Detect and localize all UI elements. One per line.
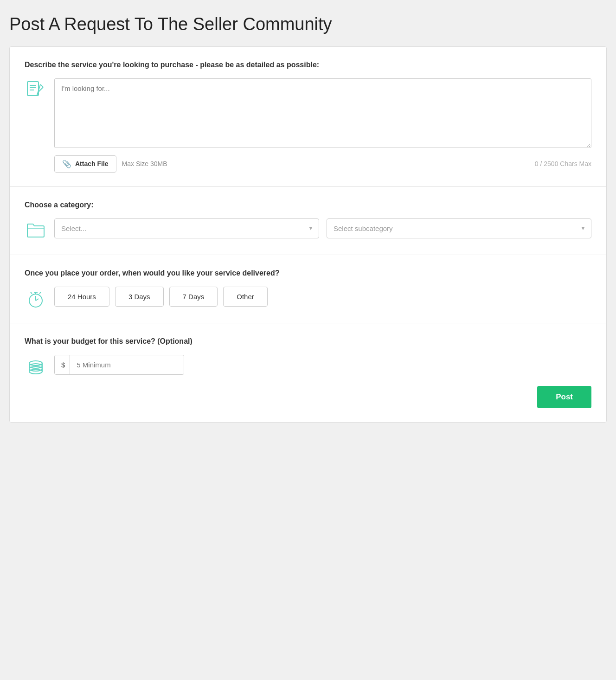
- timer-icon: [25, 287, 47, 309]
- attach-file-label: Attach File: [75, 160, 109, 167]
- form-container: Describe the service you're looking to p…: [9, 46, 607, 423]
- subcategory-select-wrapper: Select subcategory ▼: [327, 218, 591, 238]
- delivery-3days-button[interactable]: 3 Days: [115, 287, 164, 307]
- delivery-body: 24 Hours 3 Days 7 Days Other: [25, 287, 591, 309]
- money-icon: [25, 355, 47, 377]
- folder-icon: [25, 218, 47, 241]
- svg-line-6: [40, 84, 43, 87]
- budget-body: $ Post: [25, 355, 591, 408]
- max-size-text: Max Size 30MB: [122, 160, 167, 167]
- category-select-wrapper: Select... ▼: [54, 218, 319, 238]
- svg-line-14: [31, 292, 32, 294]
- delivery-7days-button[interactable]: 7 Days: [169, 287, 218, 307]
- post-btn-row: Post: [54, 386, 591, 408]
- category-selects: Select... ▼ Select subcategory ▼: [54, 218, 591, 238]
- document-icon: [25, 78, 47, 101]
- category-select[interactable]: Select...: [54, 218, 319, 238]
- budget-input[interactable]: [70, 355, 184, 374]
- attach-left: 📎 Attach File Max Size 30MB: [54, 155, 167, 173]
- delivery-24h-button[interactable]: 24 Hours: [54, 287, 109, 307]
- delivery-section: Once you place your order, when would yo…: [10, 255, 606, 323]
- category-content: Select... ▼ Select subcategory ▼: [54, 218, 591, 238]
- category-label: Choose a category:: [25, 201, 591, 209]
- budget-label: What is your budget for this service? (O…: [25, 337, 591, 346]
- category-section: Choose a category: Select... ▼: [10, 187, 606, 255]
- budget-input-wrapper: $: [54, 355, 184, 375]
- delivery-label: Once you place your order, when would yo…: [25, 269, 591, 277]
- budget-section: What is your budget for this service? (O…: [10, 323, 606, 422]
- description-label: Describe the service you're looking to p…: [25, 61, 591, 69]
- delivery-content: 24 Hours 3 Days 7 Days Other: [54, 287, 591, 307]
- budget-currency-symbol: $: [55, 355, 70, 374]
- chars-counter: 0 / 2500 Chars Max: [535, 160, 591, 167]
- attach-row: 📎 Attach File Max Size 30MB 0 / 2500 Cha…: [54, 155, 591, 173]
- description-content: 📎 Attach File Max Size 30MB 0 / 2500 Cha…: [54, 78, 591, 173]
- budget-content: $ Post: [54, 355, 591, 408]
- svg-line-15: [39, 292, 41, 294]
- paperclip-icon: 📎: [62, 160, 71, 168]
- page-title: Post A Request To The Seller Community: [9, 14, 607, 35]
- post-button[interactable]: Post: [537, 386, 591, 408]
- delivery-options: 24 Hours 3 Days 7 Days Other: [54, 287, 591, 307]
- category-body: Select... ▼ Select subcategory ▼: [25, 218, 591, 241]
- subcategory-select[interactable]: Select subcategory: [327, 218, 591, 238]
- description-section: Describe the service you're looking to p…: [10, 47, 606, 187]
- description-body: 📎 Attach File Max Size 30MB 0 / 2500 Cha…: [25, 78, 591, 173]
- delivery-other-button[interactable]: Other: [223, 287, 268, 307]
- description-textarea[interactable]: [54, 78, 591, 148]
- attach-file-button[interactable]: 📎 Attach File: [54, 155, 116, 173]
- svg-rect-0: [27, 82, 38, 96]
